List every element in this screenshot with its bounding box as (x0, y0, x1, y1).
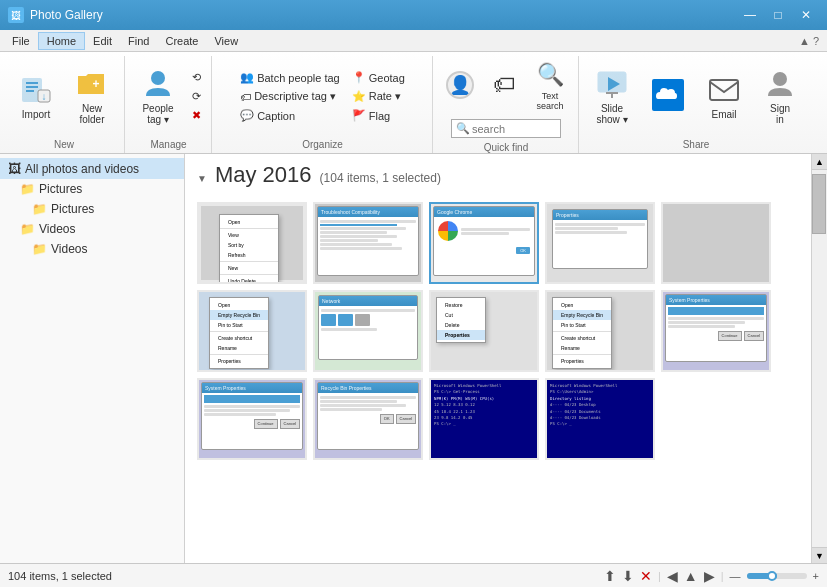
pictures-sub-label: Pictures (51, 202, 94, 216)
photo-thumb-10[interactable]: System Properties Continue Cancel (661, 290, 771, 372)
photo-grid: Open View Sort by Refresh New Undo Delet… (193, 198, 803, 464)
photo-thumb-5[interactable] (661, 202, 771, 284)
menu-file[interactable]: File (4, 33, 38, 49)
ribbon-group-qf-content: 👤 🏷 🔍 Textsearch 🔍 (440, 58, 572, 140)
status-upload-icon[interactable]: ⬆ (604, 568, 616, 584)
ribbon-group-organize: 👥 Batch people tag 🏷 Descriptive tag ▾ 💬… (213, 56, 433, 153)
nav-pictures-sub[interactable]: 📁 Pictures (0, 199, 184, 219)
email-icon (708, 74, 740, 106)
organize-col1: 👥 Batch people tag 🏷 Descriptive tag ▾ 💬… (236, 69, 344, 124)
nav-pane: 🖼 All photos and videos 📁 Pictures 📁 Pic… (0, 154, 185, 563)
rate-label: Rate ▾ (369, 90, 401, 103)
geotag-button[interactable]: 📍 Geotag (348, 69, 409, 86)
photo-thumb-3[interactable]: Google Chrome OK (429, 202, 539, 284)
ribbon-help[interactable]: ▲ ? (799, 35, 819, 47)
nav-pictures-root[interactable]: 📁 Pictures (0, 179, 184, 199)
zoom-slider[interactable] (747, 573, 807, 579)
title-bar: 🖼 Photo Gallery — □ ✕ (0, 0, 827, 30)
ribbon-group-share-content: Slideshow ▾ Email (586, 58, 806, 137)
rotate-right-button[interactable]: ⟳ (188, 88, 205, 105)
nav-videos-root[interactable]: 📁 Videos (0, 219, 184, 239)
caption-icon: 💬 (240, 109, 254, 122)
menu-create[interactable]: Create (157, 33, 206, 49)
geotag-label: Geotag (369, 72, 405, 84)
text-search-button[interactable]: 🔍 Textsearch (528, 58, 572, 115)
photo-thumb-6[interactable]: Open Empty Recycle Bin Pin to Start Crea… (197, 290, 307, 372)
all-photos-label: All photos and videos (25, 162, 139, 176)
month-count: (104 items, 1 selected) (320, 171, 441, 185)
rate-button[interactable]: ⭐ Rate ▾ (348, 88, 409, 105)
rotate-left-button[interactable]: ⟲ (188, 69, 205, 86)
photo-thumb-9[interactable]: Open Empty Recycle Bin Pin to Start Crea… (545, 290, 655, 372)
flag-button[interactable]: 🚩 Flag (348, 107, 409, 124)
scroll-down[interactable]: ▼ (812, 547, 827, 563)
status-zoom-in[interactable]: + (813, 570, 819, 582)
pictures-sub-icon: 📁 (32, 202, 47, 216)
status-divider2: | (721, 570, 724, 582)
status-prev-icon[interactable]: ◀ (667, 568, 678, 584)
slide-show-icon (596, 68, 628, 100)
people-tag-button[interactable]: Peopletag ▾ (132, 64, 184, 130)
batch-people-tag-button[interactable]: 👥 Batch people tag (236, 69, 344, 86)
people-tag-label: Peopletag ▾ (142, 103, 173, 125)
videos-root-label: Videos (39, 222, 75, 236)
new-folder-button[interactable]: + Newfolder (66, 64, 118, 130)
menu-view[interactable]: View (206, 33, 246, 49)
photo-thumb-4[interactable]: Properties (545, 202, 655, 284)
status-text: 104 items, 1 selected (8, 570, 112, 582)
menu-edit[interactable]: Edit (85, 33, 120, 49)
photo-thumb-1[interactable]: Open View Sort by Refresh New Undo Delet… (197, 202, 307, 284)
delete-icon: ✖ (192, 109, 201, 122)
sign-in-icon (764, 68, 796, 100)
photo-thumb-11[interactable]: System Properties Continue Cancel (197, 378, 307, 460)
ribbon-group-quick-find: 👤 🏷 🔍 Textsearch 🔍 (434, 56, 579, 153)
slide-show-label: Slideshow ▾ (596, 103, 627, 125)
photo-thumb-8[interactable]: Restore Cut Delete Properties (429, 290, 539, 372)
search-icon: 🔍 (456, 122, 470, 135)
search-input[interactable] (472, 123, 552, 135)
flag-label: Flag (369, 110, 390, 122)
person-quick-find-button[interactable]: 👤 (440, 58, 480, 115)
scrollbar[interactable]: ▲ ▼ (811, 154, 827, 563)
menu-find[interactable]: Find (120, 33, 157, 49)
close-button[interactable]: ✕ (793, 5, 819, 25)
person-qf-icon: 👤 (446, 71, 474, 99)
maximize-button[interactable]: □ (765, 5, 791, 25)
minimize-button[interactable]: — (737, 5, 763, 25)
rate-icon: ⭐ (352, 90, 366, 103)
nav-all-photos[interactable]: 🖼 All photos and videos (0, 158, 184, 179)
scroll-thumb[interactable] (812, 174, 826, 234)
photo-thumb-14[interactable]: Microsoft Windows PowerShell PS C:\Users… (545, 378, 655, 460)
photo-thumb-13[interactable]: Microsoft Windows PowerShell PS C:\> Get… (429, 378, 539, 460)
delete-button[interactable]: ✖ (188, 107, 205, 124)
caption-button[interactable]: 💬 Caption (236, 107, 344, 124)
nav-videos-sub[interactable]: 📁 Videos (0, 239, 184, 259)
photo-thumb-12[interactable]: Recycle Bin Properties OK Cancel (313, 378, 423, 460)
tag-quick-find-button[interactable]: 🏷 (484, 58, 524, 115)
videos-root-icon: 📁 (20, 222, 35, 236)
status-delete-icon[interactable]: ✕ (640, 568, 652, 584)
status-download-icon[interactable]: ⬇ (622, 568, 634, 584)
status-next-icon[interactable]: ▶ (704, 568, 715, 584)
descriptive-tag-button[interactable]: 🏷 Descriptive tag ▾ (236, 88, 344, 105)
cloud-share-button[interactable] (642, 64, 694, 130)
scroll-up[interactable]: ▲ (812, 154, 827, 170)
svg-rect-13 (710, 80, 738, 100)
rotate-right-icon: ⟳ (192, 90, 201, 103)
photo-thumb-2[interactable]: Troubleshoot Compatibility (313, 202, 423, 284)
status-zoom-out[interactable]: — (730, 570, 741, 582)
import-button[interactable]: ↓ Import (10, 64, 62, 130)
app-icon: 🖼 (8, 7, 24, 23)
text-search-label: Textsearch (536, 91, 563, 111)
ribbon-group-manage-label: Manage (132, 137, 205, 153)
status-up-icon[interactable]: ▲ (684, 568, 698, 584)
photo-thumb-7[interactable]: Network (313, 290, 423, 372)
slide-show-button[interactable]: Slideshow ▾ (586, 64, 638, 130)
menu-home[interactable]: Home (38, 32, 85, 50)
ribbon-group-new-content: ↓ Import + Newfolder (10, 58, 118, 137)
svg-rect-10 (606, 92, 618, 94)
email-button[interactable]: Email (698, 64, 750, 130)
month-arrow[interactable]: ▼ (197, 173, 207, 184)
descriptive-tag-label: Descriptive tag ▾ (254, 90, 336, 103)
sign-in-button[interactable]: Signin (754, 64, 806, 130)
